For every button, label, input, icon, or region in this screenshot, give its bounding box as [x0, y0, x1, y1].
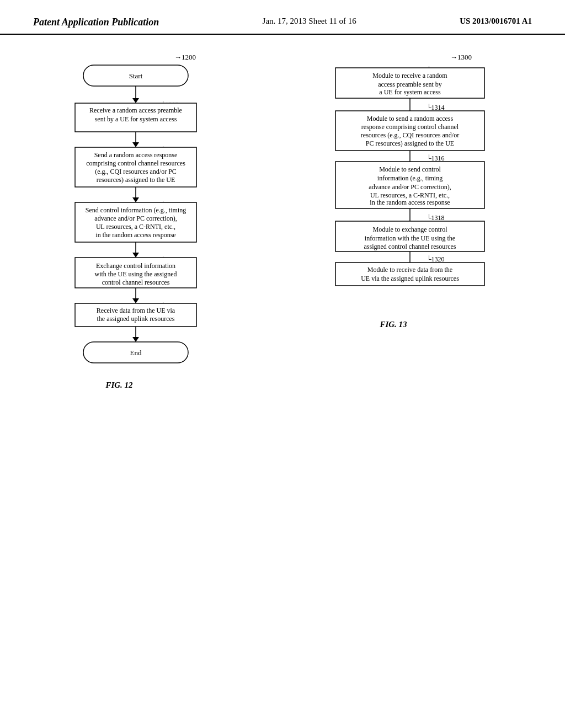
page: Patent Application Publication Jan. 17, … — [0, 0, 565, 728]
svg-text:Module to receive a random: Module to receive a random — [372, 72, 447, 79]
svg-text:Module to receive data from th: Module to receive data from the — [367, 266, 452, 274]
svg-text:resources (e.g., CQI resources: resources (e.g., CQI resources and/or — [361, 131, 459, 139]
svg-text:Exchange control information: Exchange control information — [96, 262, 175, 270]
svg-text:Receive data from the UE via: Receive data from the UE via — [97, 307, 175, 314]
svg-text:a UE for system access: a UE for system access — [379, 88, 441, 96]
svg-text:UL resources, a C-RNTI, etc.,: UL resources, a C-RNTI, etc., — [96, 223, 175, 231]
fig12-svg: →1200 Start └1212 Receive a random acces… — [64, 46, 224, 432]
svg-text:(e.g., CQI resources and/or PC: (e.g., CQI resources and/or PC — [95, 168, 177, 175]
svg-text:the assigned uplink resources: the assigned uplink resources — [97, 315, 175, 323]
svg-text:└1316: └1316 — [427, 154, 445, 162]
svg-marker-18 — [132, 197, 139, 202]
svg-text:Send a random access response: Send a random access response — [94, 151, 178, 159]
svg-text:Start: Start — [129, 72, 143, 80]
date-sheet-label: Jan. 17, 2013 Sheet 11 of 16 — [263, 17, 356, 26]
svg-text:FIG. 12: FIG. 12 — [105, 381, 133, 389]
svg-text:in the random access response: in the random access response — [370, 199, 450, 206]
svg-marker-26 — [132, 253, 139, 258]
svg-text:Module to send a random access: Module to send a random access — [367, 115, 454, 122]
svg-text:comprising control channel res: comprising control channel resources — [86, 159, 185, 167]
svg-text:access preamble sent by: access preamble sent by — [378, 81, 442, 88]
fig13-column: →1300 └1312 Module to receive a random a… — [330, 46, 501, 432]
svg-text:resources) assigned to the UE: resources) assigned to the UE — [97, 176, 175, 184]
svg-marker-4 — [132, 98, 139, 103]
publication-label: Patent Application Publication — [33, 17, 159, 28]
diagrams-container: →1200 Start └1212 Receive a random acces… — [0, 35, 565, 443]
svg-text:advance and/or PC correction),: advance and/or PC correction), — [369, 183, 451, 191]
svg-text:with the UE using the assigned: with the UE using the assigned — [95, 270, 177, 278]
svg-text:Module to exchange control: Module to exchange control — [373, 226, 448, 233]
patent-number-label: US 2013/0016701 A1 — [460, 17, 532, 26]
svg-text:information with the UE using : information with the UE using the — [365, 234, 455, 242]
fig13-svg: →1300 └1312 Module to receive a random a… — [330, 46, 501, 432]
svg-text:└1320: └1320 — [427, 255, 445, 263]
svg-text:Module to send control: Module to send control — [379, 165, 441, 173]
svg-text:PC resources) assigned to the : PC resources) assigned to the UE — [366, 140, 454, 147]
svg-marker-33 — [132, 298, 139, 303]
svg-text:→1300: →1300 — [450, 53, 472, 61]
svg-text:Receive a random access preamb: Receive a random access preamble — [89, 106, 182, 114]
svg-text:Send control information (e.g.: Send control information (e.g., timing — [86, 206, 186, 214]
svg-text:└1314: └1314 — [427, 104, 445, 111]
svg-text:End: End — [130, 349, 142, 357]
svg-text:in the random access response: in the random access response — [95, 231, 175, 239]
svg-text:FIG. 13: FIG. 13 — [379, 320, 407, 329]
svg-text:assigned control channel resou: assigned control channel resources — [364, 243, 456, 250]
svg-text:response comprising control ch: response comprising control channel — [361, 123, 459, 131]
svg-text:advance and/or PC correction),: advance and/or PC correction), — [94, 215, 177, 222]
header: Patent Application Publication Jan. 17, … — [0, 0, 565, 35]
svg-text:└1318: └1318 — [427, 214, 445, 222]
svg-text:control channel resources: control channel resources — [102, 279, 170, 286]
svg-text:information (e.g., timing: information (e.g., timing — [377, 174, 443, 182]
svg-marker-10 — [132, 142, 139, 147]
svg-marker-39 — [132, 337, 139, 342]
svg-text:UL resources, a C-RNTI, etc.,: UL resources, a C-RNTI, etc., — [370, 191, 450, 199]
fig12-column: →1200 Start └1212 Receive a random acces… — [64, 46, 224, 432]
svg-text:UE via the assigned uplink res: UE via the assigned uplink resources — [361, 275, 459, 282]
svg-text:→1200: →1200 — [174, 53, 196, 61]
svg-text:sent by a UE for system access: sent by a UE for system access — [95, 115, 177, 123]
